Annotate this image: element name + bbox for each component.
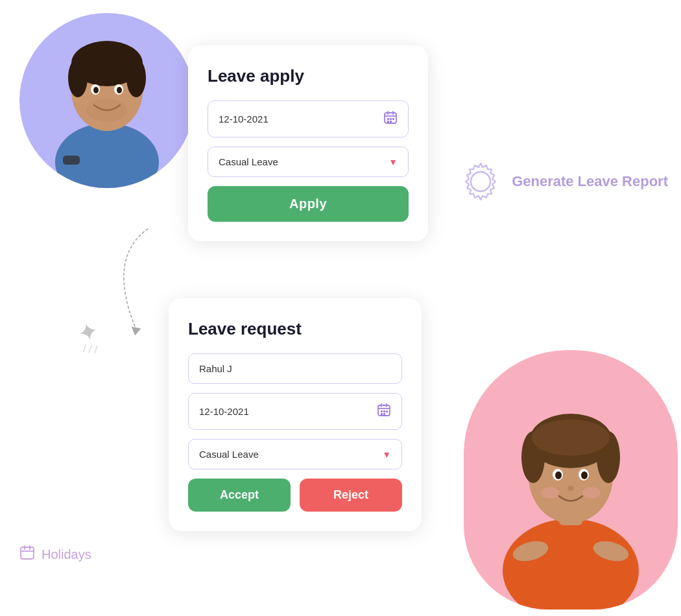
- generate-report-label: Generate Leave Report: [512, 173, 668, 190]
- svg-rect-21: [390, 121, 392, 123]
- leave-type-select[interactable]: Casual Leave ▼: [208, 147, 409, 177]
- reject-button[interactable]: Reject: [300, 479, 402, 512]
- svg-point-4: [68, 58, 88, 97]
- date-input-field[interactable]: 12-10-2021: [208, 101, 409, 137]
- request-chevron-down-icon: ▼: [382, 449, 391, 460]
- star-lines: / / /: [82, 343, 98, 356]
- accept-button[interactable]: Accept: [188, 479, 291, 512]
- svg-rect-31: [383, 413, 385, 415]
- holidays-label-text: Holidays: [42, 547, 91, 562]
- svg-rect-19: [392, 118, 394, 120]
- svg-marker-22: [132, 327, 141, 336]
- svg-point-46: [581, 471, 588, 479]
- employee-name-field[interactable]: Rahul J: [188, 353, 402, 384]
- svg-rect-12: [63, 156, 80, 165]
- svg-point-9: [117, 87, 122, 93]
- svg-point-48: [541, 487, 559, 499]
- generate-report-section[interactable]: Generate Leave Report: [455, 156, 668, 207]
- svg-rect-29: [386, 410, 388, 412]
- svg-point-11: [60, 141, 83, 157]
- svg-rect-18: [390, 118, 392, 120]
- svg-point-45: [555, 471, 562, 479]
- svg-rect-28: [383, 410, 385, 412]
- leave-apply-card: Leave apply 12-10-2021 Casual Leave ▼ Ap…: [188, 45, 428, 241]
- curved-arrow-decoration: [101, 220, 172, 344]
- svg-point-8: [93, 87, 99, 93]
- request-date-value: 12-10-2021: [199, 406, 249, 417]
- leave-request-title: Leave request: [188, 319, 402, 339]
- leave-apply-title: Leave apply: [208, 66, 409, 86]
- apply-button[interactable]: Apply: [208, 186, 409, 222]
- holidays-section[interactable]: Holidays: [19, 545, 91, 564]
- svg-rect-17: [387, 118, 389, 120]
- svg-point-49: [582, 487, 601, 499]
- gear-icon: [455, 156, 507, 207]
- employee-name-value: Rahul J: [199, 363, 232, 374]
- svg-rect-20: [387, 121, 389, 123]
- chevron-down-icon: ▼: [388, 157, 398, 167]
- action-buttons: Accept Reject: [188, 479, 402, 512]
- holidays-calendar-icon: [19, 545, 35, 564]
- date-value: 12-10-2021: [219, 113, 269, 124]
- request-leave-type-select[interactable]: Casual Leave ▼: [188, 439, 402, 469]
- svg-rect-50: [21, 547, 34, 559]
- top-person-image: [36, 13, 178, 188]
- svg-point-5: [126, 58, 146, 97]
- bottom-person-avatar: [464, 350, 678, 610]
- svg-rect-27: [381, 410, 383, 412]
- request-leave-type-value: Casual Leave: [199, 449, 259, 460]
- calendar-icon: [383, 110, 398, 128]
- leave-request-card: Leave request Rahul J 12-10-2021 Casual …: [169, 298, 422, 531]
- svg-point-10: [86, 99, 128, 122]
- bottom-person-image: [480, 363, 662, 610]
- svg-rect-30: [381, 413, 383, 415]
- top-person-avatar: [19, 13, 195, 188]
- request-calendar-icon: [377, 403, 391, 420]
- svg-point-42: [532, 420, 610, 456]
- svg-point-47: [568, 486, 574, 491]
- leave-type-value: Casual Leave: [219, 156, 278, 167]
- request-date-field[interactable]: 12-10-2021: [188, 393, 402, 430]
